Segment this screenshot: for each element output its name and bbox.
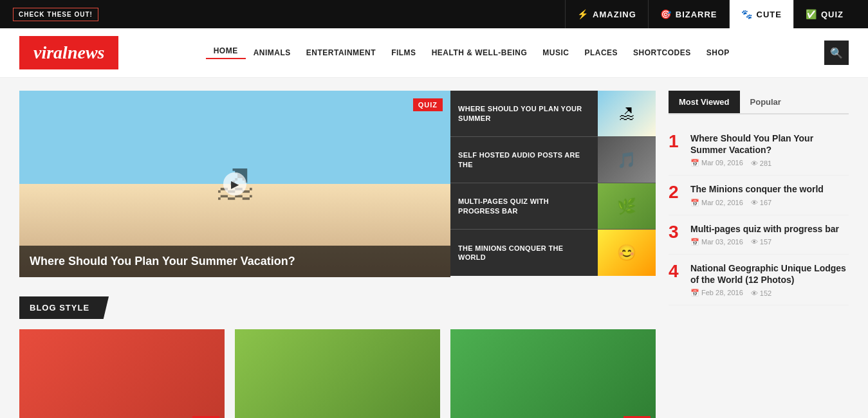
- sidebar-num-4: 4: [669, 262, 684, 280]
- quiz-badge-main: QUIZ: [413, 98, 443, 111]
- blog-card-2[interactable]: [235, 329, 440, 418]
- top-nav-bizarre[interactable]: 🎯 BIZARRE: [648, 0, 729, 28]
- quiz-icon: ✅: [806, 9, 817, 19]
- site-logo[interactable]: viralnews: [19, 36, 118, 69]
- sidebar-item-4: 4 National Geographic Unique Lodges of t…: [669, 255, 849, 305]
- sidebar-title-4[interactable]: National Geographic Unique Lodges of the…: [690, 262, 849, 286]
- sidebar: Most Viewed Popular 1 Where Should You P…: [669, 91, 849, 418]
- eye-icon: 👁: [751, 159, 758, 167]
- slide-next-arrow[interactable]: ▶: [223, 172, 246, 195]
- check-these-out-label[interactable]: CHECK THESE OUT!: [13, 8, 98, 21]
- main-nav: HOME ANIMALS ENTERTAINMENT FILMS HEALTH …: [206, 46, 737, 59]
- thumb-text-1: WHERE SHOULD YOU PLAN YOUR SUMMER: [450, 91, 598, 136]
- search-icon: 🔍: [830, 47, 843, 59]
- sidebar-item-2: 2 The Minions conquer the world 📅Mar 02,…: [669, 176, 849, 215]
- slider-thumb-2[interactable]: SELF HOSTED AUDIO POSTS ARE THE 🎵: [450, 137, 656, 183]
- sidebar-num-2: 2: [669, 183, 684, 201]
- slider-thumb-1[interactable]: WHERE SHOULD YOU PLAN YOUR SUMMER 🏖: [450, 91, 656, 137]
- nav-health[interactable]: HEALTH & WELL-BEING: [424, 48, 535, 57]
- sidebar-title-1[interactable]: Where Should You Plan Your Summer Vacati…: [690, 132, 849, 156]
- sidebar-meta-3: 📅Mar 03, 2016 👁157: [690, 238, 849, 246]
- nav-films[interactable]: FILMS: [383, 48, 424, 57]
- sidebar-num-1: 1: [669, 132, 684, 150]
- nav-shop[interactable]: SHOP: [699, 48, 737, 57]
- thumb-text-3: MULTI-PAGES QUIZ WITH PROGRESS BAR: [450, 183, 598, 229]
- thumb-img-4: 😊: [598, 230, 656, 276]
- header: viralnews HOME ANIMALS ENTERTAINMENT FIL…: [0, 28, 868, 78]
- sidebar-title-2[interactable]: The Minions conquer the world: [690, 183, 849, 195]
- search-button[interactable]: 🔍: [824, 41, 849, 65]
- thumb-img-1: 🏖: [598, 91, 656, 137]
- nav-home[interactable]: HOME: [206, 46, 246, 59]
- lightning-icon: ⚡: [577, 9, 589, 19]
- content-wrapper: QUIZ ▶ Where Should You Plan Your Summer…: [0, 78, 868, 418]
- tab-most-viewed[interactable]: Most Viewed: [669, 91, 740, 113]
- sidebar-meta-1: 📅Mar 09, 2016 👁281: [690, 159, 849, 167]
- top-bar: CHECK THESE OUT! ⚡ AMAZING 🎯 BIZARRE 🐾 C…: [0, 0, 868, 28]
- sidebar-title-3[interactable]: Multi-pages quiz with progress bar: [690, 223, 849, 235]
- nav-shortcodes[interactable]: SHORTCODES: [625, 48, 699, 57]
- bizarre-icon: 🎯: [660, 9, 672, 19]
- thumb-text-2: SELF HOSTED AUDIO POSTS ARE THE: [450, 137, 598, 183]
- eye-icon-2: 👁: [751, 199, 758, 206]
- sidebar-num-3: 3: [669, 223, 684, 241]
- sidebar-item-3: 3 Multi-pages quiz with progress bar 📅Ma…: [669, 215, 849, 255]
- nav-music[interactable]: MUSIC: [535, 48, 577, 57]
- top-nav-cute[interactable]: 🐾 CUTE: [729, 0, 793, 28]
- thumb-text-4: THE MINIONS CONQUER THE WORLD: [450, 230, 598, 276]
- calendar-icon-3: 📅: [690, 238, 699, 246]
- calendar-icon: 📅: [690, 159, 699, 167]
- top-nav-quiz[interactable]: ✅ QUIZ: [793, 0, 855, 28]
- slider-main[interactable]: QUIZ ▶ Where Should You Plan Your Summer…: [19, 91, 450, 277]
- blog-card-1[interactable]: QUIZ: [19, 329, 225, 418]
- sidebar-item-1: 1 Where Should You Plan Your Summer Vaca…: [669, 125, 849, 176]
- nav-places[interactable]: PLACES: [577, 48, 625, 57]
- sidebar-tabs: Most Viewed Popular: [669, 91, 849, 114]
- main-content: QUIZ ▶ Where Should You Plan Your Summer…: [19, 91, 656, 418]
- slider-area: QUIZ ▶ Where Should You Plan Your Summer…: [19, 91, 656, 277]
- calendar-icon-2: 📅: [690, 199, 699, 206]
- blog-style-header: BLOG STYLE: [19, 296, 109, 319]
- top-nav-amazing[interactable]: ⚡ AMAZING: [565, 0, 648, 28]
- nav-entertainment[interactable]: ENTERTAINMENT: [299, 48, 383, 57]
- blog-card-3[interactable]: QUIZ: [450, 329, 656, 418]
- slider-thumb-3[interactable]: MULTI-PAGES QUIZ WITH PROGRESS BAR 🌿: [450, 183, 656, 230]
- calendar-icon-4: 📅: [690, 289, 699, 296]
- thumb-img-2: 🎵: [598, 137, 656, 183]
- sidebar-meta-2: 📅Mar 02, 2016 👁167: [690, 199, 849, 207]
- eye-icon-4: 👁: [751, 289, 758, 297]
- slide-caption: Where Should You Plan Your Summer Vacati…: [19, 246, 450, 277]
- tab-popular[interactable]: Popular: [740, 91, 791, 113]
- thumb-img-3: 🌿: [598, 183, 656, 230]
- nav-animals[interactable]: ANIMALS: [246, 48, 299, 57]
- blog-style-section: BLOG STYLE QUIZ QUIZ: [19, 296, 656, 418]
- paw-icon: 🐾: [741, 9, 753, 19]
- sidebar-meta-4: 📅Feb 28, 2016 👁152: [690, 289, 849, 297]
- top-nav: ⚡ AMAZING 🎯 BIZARRE 🐾 CUTE ✅ QUIZ: [565, 0, 855, 28]
- slider-thumbs: WHERE SHOULD YOU PLAN YOUR SUMMER 🏖 SELF…: [450, 91, 656, 277]
- eye-icon-3: 👁: [751, 238, 758, 246]
- blog-grid: QUIZ QUIZ: [19, 329, 656, 418]
- slider-thumb-4[interactable]: THE MINIONS CONQUER THE WORLD 😊: [450, 230, 656, 276]
